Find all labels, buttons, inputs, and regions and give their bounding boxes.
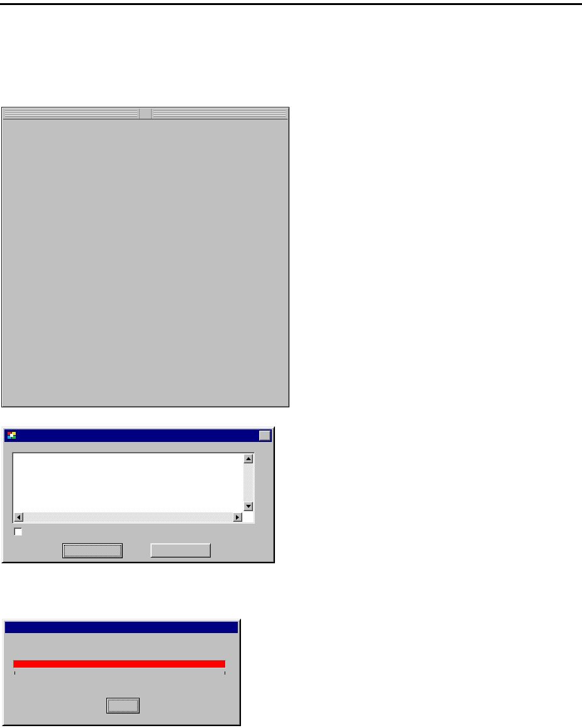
- close-icon[interactable]: [259, 431, 271, 441]
- titlebar-ridges-right: [154, 111, 286, 117]
- warning-dialog-titlebar[interactable]: [4, 429, 272, 442]
- warning-message-box: [12, 452, 255, 524]
- vertical-scrollbar[interactable]: [243, 454, 253, 511]
- progress-bar: [13, 660, 226, 668]
- scroll-right-icon: [236, 515, 239, 520]
- cancel-button[interactable]: [106, 698, 140, 714]
- scroll-up-button[interactable]: [243, 454, 253, 463]
- document-page: [0, 0, 582, 728]
- show-warning-checkbox-row: [14, 526, 26, 536]
- scale-tick-min: [14, 671, 15, 675]
- abort-button[interactable]: [150, 543, 211, 558]
- fft-plot: [3, 120, 289, 407]
- page-top-rule: [0, 3, 582, 5]
- scale-tick-max: [225, 671, 225, 675]
- warning-dialog: [1, 426, 275, 563]
- progress-dialog-titlebar[interactable]: [5, 622, 238, 633]
- warning-message-text: [15, 455, 242, 510]
- winiqsim-app-icon: [6, 431, 18, 441]
- scroll-right-button[interactable]: [233, 512, 242, 522]
- scroll-down-button[interactable]: [243, 502, 253, 511]
- resampling-progress-dialog: [2, 619, 241, 726]
- fft-window-title: [139, 109, 152, 119]
- horizontal-scrollbar[interactable]: [14, 512, 242, 522]
- continue-button[interactable]: [62, 543, 123, 558]
- progress-fill: [14, 661, 225, 668]
- scroll-left-icon: [17, 515, 20, 520]
- scroll-left-button[interactable]: [14, 512, 23, 522]
- hscroll-track[interactable]: [14, 512, 242, 522]
- fft-window-titlebar[interactable]: [3, 109, 288, 119]
- show-warning-checkbox[interactable]: [14, 527, 22, 536]
- scroll-down-icon: [246, 505, 251, 508]
- fft-graphics-window: [1, 107, 289, 407]
- titlebar-ridges-left: [5, 111, 137, 117]
- scroll-up-icon: [246, 457, 251, 460]
